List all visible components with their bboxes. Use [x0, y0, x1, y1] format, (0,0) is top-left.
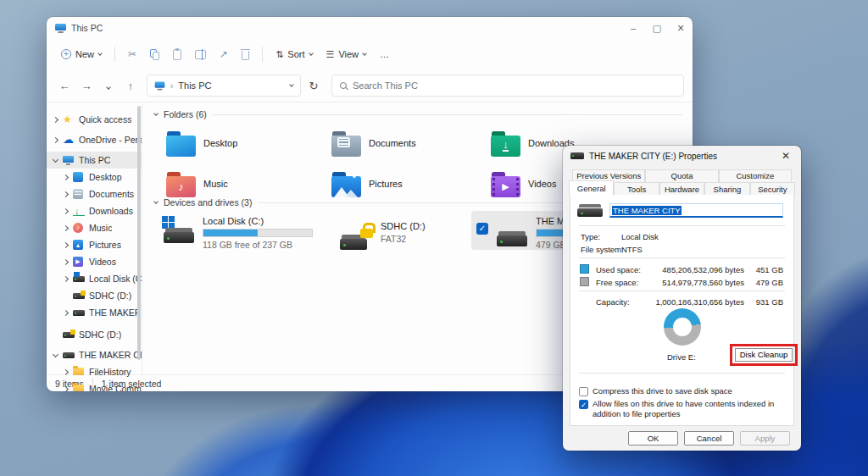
apply-button[interactable]: Apply — [740, 431, 790, 446]
free-space-bytes: 514,979,778,560 bytes — [626, 278, 744, 287]
chevron-right-icon — [63, 241, 69, 247]
drive-icon — [570, 152, 584, 159]
cut-button[interactable]: ✂ — [122, 45, 142, 64]
folder-icon — [73, 367, 85, 377]
recent-locations-button[interactable] — [99, 81, 118, 91]
cut-icon: ✂ — [128, 49, 136, 59]
sidebar-item-local-disk-c[interactable]: Local Disk (C:) — [47, 270, 142, 287]
breadcrumb[interactable]: This PC — [178, 80, 211, 91]
volume-name-input[interactable]: THE MAKER CITY — [609, 203, 783, 218]
up-button[interactable]: ↑ — [121, 80, 140, 92]
sidebar-item-this-pc[interactable]: This PC — [47, 152, 142, 169]
music-folder-icon: ♪ — [166, 171, 196, 197]
sort-button[interactable]: ⇅ Sort — [270, 45, 318, 64]
compress-checkbox-row[interactable]: Compress this drive to save disk space — [579, 386, 785, 396]
tab-sharing[interactable]: Sharing — [704, 182, 749, 196]
chevron-right-icon — [63, 309, 69, 315]
cancel-button[interactable]: Cancel — [684, 431, 734, 446]
chevron-down-icon — [53, 156, 58, 162]
sort-label: Sort — [287, 49, 304, 59]
sidebar-item-onedrive[interactable]: ☁ OneDrive - Person — [47, 131, 142, 148]
system-drive-icon — [162, 216, 196, 245]
folder-tile-music[interactable]: ♪ Music — [161, 167, 319, 201]
view-label: View — [338, 49, 359, 59]
copy-icon — [150, 49, 159, 60]
chevron-right-icon — [53, 116, 58, 122]
address-bar[interactable]: › This PC — [147, 75, 301, 97]
sidebar-item-maker-city[interactable]: THE MAKER CIT — [47, 304, 142, 321]
filesystem-value: NTFS — [621, 245, 643, 254]
downloads-folder-icon: ↓ — [491, 130, 520, 157]
maximize-button[interactable]: ▢ — [645, 17, 669, 39]
sidebar-item-maker-city-root[interactable]: THE MAKER CITY — [47, 346, 142, 363]
new-label: New — [75, 49, 94, 59]
drive-icon — [63, 350, 75, 360]
checkbox-unchecked-icon[interactable] — [579, 387, 588, 396]
type-value: Local Disk — [621, 232, 659, 241]
sidebar-item-filehistory[interactable]: FileHistory — [47, 363, 142, 380]
tab-hardware[interactable]: Hardware — [659, 182, 704, 196]
tab-customize[interactable]: Customize — [719, 169, 792, 182]
capacity-bytes: 1,000,186,310,656 bytes — [626, 297, 744, 307]
sidebar-item-documents[interactable]: Documents — [47, 185, 142, 202]
sidebar-item-music[interactable]: ♪ Music — [47, 219, 142, 236]
search-box[interactable] — [331, 75, 684, 97]
used-space-swatch — [580, 264, 589, 274]
sidebar-item-movie[interactable]: Movie Communi — [47, 380, 142, 391]
tab-general[interactable]: General — [569, 180, 614, 196]
drive-icon — [73, 307, 85, 318]
drive-tile-local-disk-c[interactable]: Local Disk (C:) 118 GB free of 237 GB — [157, 213, 326, 253]
chevron-down-icon — [97, 51, 103, 56]
sidebar-item-sdhc-d-root[interactable]: SDHC (D:) — [47, 326, 142, 343]
paste-button[interactable] — [167, 45, 187, 64]
delete-button[interactable] — [236, 45, 255, 64]
share-button[interactable]: ↗ — [214, 45, 234, 64]
back-button[interactable]: ← — [55, 80, 74, 92]
chevron-down-icon[interactable] — [289, 82, 294, 87]
free-space-size: 479 GB — [749, 278, 783, 287]
sidebar-item-desktop[interactable]: Desktop — [47, 169, 142, 185]
drive-icon — [577, 204, 603, 217]
tab-quota[interactable]: Quota — [645, 169, 718, 182]
folders-group-header[interactable]: Folders (6) — [154, 109, 693, 119]
checkbox-checked-icon[interactable]: ✓ — [579, 400, 588, 409]
folder-tile-documents[interactable]: Documents — [326, 126, 484, 160]
view-button[interactable]: ☰ View — [320, 45, 373, 64]
close-button[interactable]: ✕ — [669, 17, 693, 39]
ok-button[interactable]: OK — [628, 431, 678, 446]
navigation-bar: ← → ↑ › This PC ↻ — [47, 69, 693, 102]
capacity-label: Capacity: — [596, 297, 630, 307]
folder-tile-desktop[interactable]: Desktop — [161, 126, 319, 160]
documents-icon — [73, 189, 85, 199]
capacity-bar — [203, 229, 313, 237]
forward-button[interactable]: → — [77, 80, 96, 92]
sidebar-item-sdhc-d[interactable]: SDHC (D:) — [47, 287, 142, 304]
dialog-close-button[interactable]: ✕ — [778, 150, 793, 162]
copy-button[interactable] — [144, 45, 165, 64]
sidebar-item-videos[interactable]: ▶ Videos — [47, 253, 142, 270]
new-button[interactable]: + New — [55, 45, 108, 64]
minimize-button[interactable]: – — [621, 17, 645, 39]
dialog-title: THE MAKER CITY (E:) Properties — [589, 152, 717, 161]
tab-tools[interactable]: Tools — [614, 182, 659, 196]
see-more-button[interactable]: … — [374, 45, 397, 64]
onedrive-cloud-icon: ☁ — [63, 135, 75, 145]
checkbox-checked-icon[interactable]: ✓ — [476, 223, 488, 235]
videos-folder-icon: ▶ — [491, 171, 520, 197]
drive-tile-sdhc-d[interactable]: SDHC (D:) FAT32 — [335, 213, 462, 255]
free-space-swatch — [580, 277, 589, 286]
folder-tile-pictures[interactable]: Pictures — [326, 167, 484, 201]
disk-cleanup-button[interactable]: Disk Cleanup — [735, 348, 793, 362]
index-checkbox-row[interactable]: ✓ Allow files on this drive to have cont… — [579, 399, 785, 419]
sidebar-item-downloads[interactable]: ↓ Downloads — [47, 202, 142, 219]
command-bar: + New ✂ ↗ ⇅ Sort ☰ View … — [47, 39, 693, 69]
sidebar-item-quick-access[interactable]: ★ Quick access — [47, 111, 142, 128]
scrollbar[interactable] — [137, 106, 141, 360]
chevron-down-icon — [106, 85, 111, 90]
refresh-button[interactable]: ↻ — [304, 80, 323, 92]
search-input[interactable] — [353, 80, 676, 91]
share-icon: ↗ — [220, 49, 228, 59]
rename-button[interactable] — [189, 46, 212, 64]
tab-security[interactable]: Security — [750, 182, 795, 196]
sidebar-item-pictures[interactable]: ▲ Pictures — [47, 236, 142, 253]
